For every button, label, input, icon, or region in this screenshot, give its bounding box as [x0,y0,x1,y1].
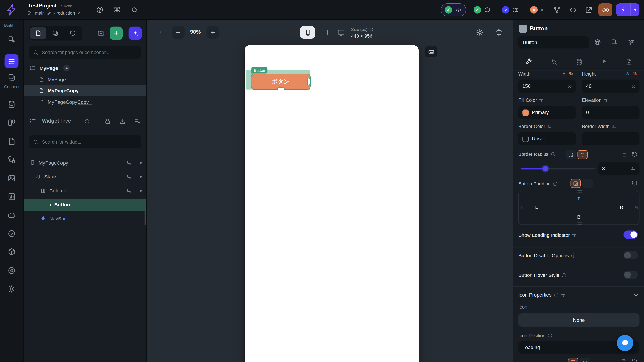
resize-handle-bottom[interactable] [277,87,285,90]
hover-style-toggle[interactable] [624,271,638,279]
tree-node-navbar[interactable]: NavBar [24,212,146,225]
info-icon[interactable] [562,273,566,278]
edit-environment-icon[interactable] [47,11,51,15]
show-loading-toggle[interactable] [624,230,638,239]
width-unit-px-icon[interactable]: % [569,71,573,76]
node-menu-caret[interactable]: ▼ [139,161,143,165]
padding-tick-bottom[interactable] [578,224,582,225]
save-as-component-icon[interactable] [611,38,618,46]
components-tab[interactable] [47,27,64,39]
tree-node-page[interactable]: MyPageCopy ▼ [24,157,146,169]
info-icon[interactable] [547,333,552,338]
code-view-icon[interactable] [566,4,579,16]
set-from-variable-icon[interactable] [539,98,544,102]
add-page-button[interactable] [110,27,123,40]
width-unit-auto-icon[interactable]: A [563,71,566,76]
padding-left-field[interactable]: L [535,205,538,209]
info-icon[interactable] [84,119,90,124]
padding-bottom-field[interactable]: B [519,214,639,219]
tab-docs-icon[interactable] [625,58,632,66]
branch-name[interactable]: main [35,11,45,15]
database-icon[interactable] [8,100,16,109]
set-from-variable-icon[interactable] [547,124,552,129]
node-menu-caret[interactable]: ▼ [139,175,143,179]
phone-mockup[interactable]: Button ボタン [245,45,418,362]
height-input[interactable]: 40∞ [582,80,640,93]
tree-scrollbar[interactable] [144,199,146,225]
integrations-icon[interactable] [550,4,563,16]
fill-color-input[interactable]: Primary [518,106,576,119]
panel-resize-handle[interactable] [78,104,92,105]
copy-value-icon[interactable] [620,180,628,187]
padding-per-side-button[interactable] [582,179,593,188]
command-menu-button[interactable]: ⌘ [111,4,123,16]
add-child-widget-icon[interactable] [126,174,132,180]
zoom-out-button[interactable] [172,26,184,38]
radius-slider-track[interactable] [521,168,595,170]
device-desktop-button[interactable] [335,26,347,38]
chevron-down-icon[interactable] [633,292,639,298]
copy-value-icon[interactable] [620,151,628,159]
tree-node-column[interactable]: Column ▼ [24,184,146,197]
page-row[interactable]: MyPage [24,74,146,85]
reports-icon[interactable] [8,192,16,201]
import-widget-icon[interactable] [119,118,126,125]
ai-generate-button[interactable] [128,27,142,40]
help-button[interactable] [94,4,106,16]
cloud-functions-icon[interactable] [8,211,16,219]
radius-slider-knob[interactable] [542,166,548,171]
theme-brightness-icon[interactable] [474,26,486,38]
height-unit-px-icon[interactable]: % [633,71,636,76]
tab-backend-icon[interactable] [576,58,583,66]
add-child-widget-icon[interactable] [126,160,132,166]
checks-icon[interactable] [8,229,16,238]
run-bolt-button[interactable] [616,3,631,16]
info-icon[interactable] [370,27,374,31]
zoom-level[interactable]: 90% [186,29,205,35]
tree-options-icon[interactable] [134,118,140,125]
api-schema-icon[interactable] [8,155,16,164]
documents-icon[interactable] [8,137,16,146]
border-width-input[interactable] [582,132,640,145]
add-folder-button[interactable] [94,27,108,40]
radius-per-corner-button[interactable] [566,150,576,159]
zoom-in-button[interactable] [207,26,219,38]
tab-animations-icon[interactable] [600,58,607,66]
width-input[interactable]: 150∞ [518,80,576,93]
reset-value-icon[interactable] [631,180,639,187]
node-menu-caret[interactable]: ▼ [139,188,143,193]
infinity-icon[interactable]: ∞ [631,83,636,89]
status-pill-comments[interactable]: ✓ [470,3,494,16]
padding-symmetric-button[interactable] [570,179,581,188]
theme-settings-icon[interactable] [594,38,601,46]
info-icon[interactable] [551,152,556,157]
preview-mode-button[interactable] [598,3,612,16]
open-preview-icon[interactable] [582,4,595,16]
add-child-widget-icon[interactable] [126,188,132,193]
environment-name[interactable]: Production [53,11,75,15]
reset-value-icon[interactable] [631,151,639,159]
lock-canvas-icon[interactable] [104,118,111,125]
border-color-input[interactable]: Unset [518,132,576,145]
properties-scroll-area[interactable]: Width A % Height A % 150∞ 40∞ Fill Color… [514,70,644,362]
widget-search-input[interactable] [42,139,137,144]
page-templates-icon[interactable] [8,73,16,82]
resize-handle-right[interactable] [307,78,310,85]
height-unit-auto-icon[interactable]: A [626,71,629,76]
widget-tree-nav-selected[interactable] [4,54,19,68]
reset-value-icon[interactable] [631,359,639,362]
infinity-icon[interactable]: ∞ [568,83,572,89]
status-pill-issues[interactable]: 2 [498,3,523,16]
set-from-variable-icon[interactable] [612,124,616,129]
filter-props-icon[interactable] [628,38,635,46]
keyboard-shortcuts-chip[interactable] [425,46,437,57]
copy-value-icon[interactable] [620,359,628,362]
add-widget-icon[interactable] [8,35,16,44]
page-folder-row[interactable]: MyPage 4 [24,62,146,74]
media-assets-icon[interactable] [8,174,16,182]
page-row-selected[interactable]: MyPageCopy [24,85,146,96]
flutterflow-logo[interactable] [5,4,18,16]
info-icon[interactable] [571,253,576,258]
canvas-settings-icon[interactable] [493,26,505,38]
settings-gear-icon[interactable] [8,285,16,293]
